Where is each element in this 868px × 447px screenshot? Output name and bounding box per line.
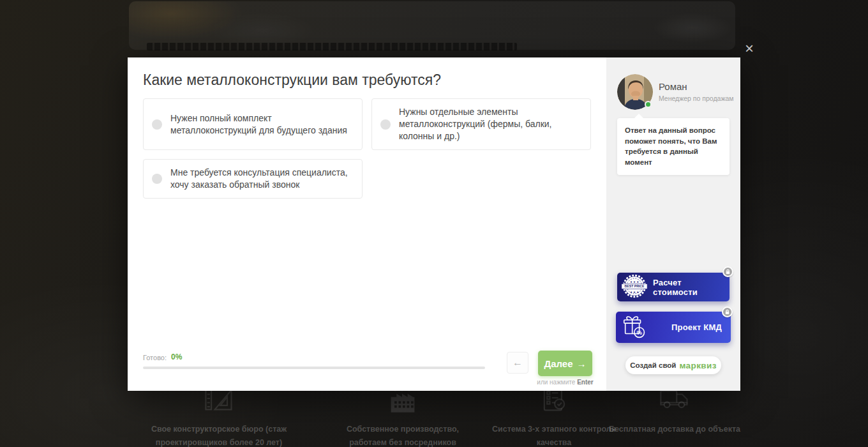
best-price-badge-text: BEST PRICE [625,284,645,288]
close-icon[interactable]: × [741,40,758,57]
bg-feature-text: Свое конструкторское бюро (стаж проектир… [146,423,292,447]
option-label: Мне требуется консультация специалиста, … [170,167,350,191]
banner-cost-calculation[interactable]: ★ ★ ★ BEST PRICE ★ ★ ★ Расчет стоимости [617,273,730,301]
option-label: Нужны отдельные элементы металлоконструк… [399,106,579,142]
bg-feature-bureau: Свое конструкторское бюро (стаж проектир… [146,382,292,447]
banner-label: Проект КМД [671,322,722,332]
radio-icon [152,174,162,184]
option-full-set[interactable]: Нужен полный комплект металлоконструкций… [143,98,363,150]
enter-hint: или нажмите Enter [528,379,602,386]
branding-prefix: Создай свой [630,361,676,369]
svg-text:★ ★ ★: ★ ★ ★ [630,290,639,293]
branding-logo-text: марквиз [679,361,716,370]
back-arrow-icon: ← [513,357,523,368]
gift-discount-icon: % [621,313,648,342]
quiz-question: Какие металлоконструкции вам требуются? [143,72,590,89]
banner-label: Расчет стоимости [653,278,724,297]
enter-key-label: Enter [577,379,594,386]
manager-avatar [617,74,653,110]
quiz-options: Нужен полный комплект металлоконструкций… [143,98,591,199]
option-label: Нужен полный комплект металлоконструкций… [170,112,350,137]
best-price-badge-icon: ★ ★ ★ BEST PRICE ★ ★ ★ [621,273,648,301]
quiz-modal: Какие металлоконструкции вам требуются? … [128,57,740,391]
percent-glyph: % [636,328,642,335]
lock-icon [722,266,733,277]
option-separate-elements[interactable]: Нужны отдельные элементы металлоконструк… [371,98,591,150]
progress-bar [143,367,485,369]
quiz-main: Какие металлоконструкции вам требуются? … [128,57,606,391]
online-status-dot [645,101,652,108]
quiz-sidebar: Роман Менеджер по продажам Ответ на данн… [606,57,740,391]
svg-text:★ ★ ★: ★ ★ ★ [630,280,639,283]
dimmed-background-heading [147,43,517,50]
next-button-label: Далее [544,358,572,369]
banner-kmd-project[interactable]: % Проект КМД [616,312,731,343]
marquiz-branding-button[interactable]: Создай свой марквиз [625,356,721,374]
bg-feature-production: Собственное производство, работаем без п… [329,382,476,447]
next-button[interactable]: Далее → [538,351,592,376]
progress-value: 0% [171,352,182,361]
arrow-right-icon: → [577,358,587,369]
option-consultation[interactable]: Мне требуется консультация специалиста, … [143,159,363,199]
bg-feature-text: Собственное производство, работаем без п… [329,423,476,447]
manager-tooltip: Ответ на данный вопрос поможет понять, ч… [617,118,730,175]
radio-icon [152,119,162,130]
progress-label: Готово: [143,354,167,361]
back-button[interactable]: ← [507,352,528,374]
manager-role: Менеджер по продажам [659,95,733,102]
radio-icon [380,119,391,130]
lock-icon [722,307,733,317]
manager-name: Роман [659,81,687,92]
bg-feature-text: Бесплатная доставка до объекта [601,423,748,436]
